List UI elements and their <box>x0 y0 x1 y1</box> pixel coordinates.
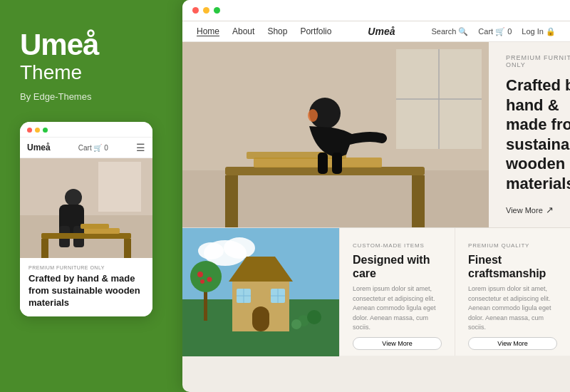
mobile-content-card: PREMIUM FURNITURE ONLY Crafted by hand &… <box>20 258 152 316</box>
left-panel: Umeå Theme By Edge-Themes Umeå Cart 🛒 0 … <box>0 0 171 392</box>
mobile-hero-illustration <box>20 158 152 258</box>
browser-window-controls <box>182 0 570 21</box>
svg-point-45 <box>200 279 204 284</box>
hero-illustration <box>182 42 489 227</box>
nav-portfolio[interactable]: Portfolio <box>300 26 331 36</box>
svg-rect-20 <box>412 175 425 227</box>
svg-point-30 <box>224 237 255 259</box>
svg-rect-19 <box>225 175 238 227</box>
hero-section: PREMIUM FURNITURE ONLY Crafted by hand &… <box>182 42 570 227</box>
svg-rect-9 <box>124 239 131 258</box>
brand-title: Umeå <box>20 29 151 61</box>
svg-rect-11 <box>81 224 109 229</box>
hero-text-panel: PREMIUM FURNITURE ONLY Crafted by hand &… <box>489 42 570 227</box>
card-2-cta-button[interactable]: View More <box>468 337 557 350</box>
mobile-logo: Umeå <box>27 143 51 153</box>
site-content: PREMIUM FURNITURE ONLY Crafted by hand &… <box>182 42 570 392</box>
browser-dot-green[interactable] <box>214 7 220 14</box>
mobile-dot-green <box>43 128 48 133</box>
svg-point-26 <box>308 109 318 122</box>
svg-point-47 <box>307 310 321 324</box>
nav-shop[interactable]: Shop <box>267 26 287 36</box>
svg-point-3 <box>65 189 82 206</box>
svg-point-44 <box>207 277 212 282</box>
card-1-body: Lorem ipsum dolor sit amet, consectetur … <box>353 284 442 333</box>
mobile-cart: Cart 🛒 0 <box>78 144 108 152</box>
brand-subtitle: Theme <box>20 61 151 84</box>
mobile-hero-image <box>20 158 152 258</box>
hero-eyebrow: PREMIUM FURNITURE ONLY <box>506 54 570 68</box>
bottom-row: CUSTOM-MADE ITEMS Designed with care Lor… <box>182 227 570 356</box>
svg-rect-7 <box>41 233 131 239</box>
hero-image <box>182 42 489 227</box>
mobile-heading: Crafted by hand & made from sustainable … <box>28 273 144 309</box>
nav-links: Home About Shop Portfolio <box>197 26 331 36</box>
svg-rect-8 <box>41 239 48 258</box>
mobile-mockup: Umeå Cart 🛒 0 ☰ <box>20 122 152 316</box>
nav-home[interactable]: Home <box>197 26 219 36</box>
hero-cta-link[interactable]: View More ↗ <box>506 205 570 215</box>
svg-point-48 <box>291 319 301 329</box>
bottom-image <box>182 228 339 356</box>
card-1-heading: Designed with care <box>353 253 442 280</box>
svg-rect-10 <box>84 228 120 234</box>
browser-dot-yellow[interactable] <box>203 7 209 14</box>
search-button[interactable]: Search 🔍 <box>431 27 468 36</box>
nav-about[interactable]: About <box>232 26 254 36</box>
browser-mockup: Home About Shop Portfolio Umeå Search 🔍 … <box>182 0 570 392</box>
svg-point-31 <box>198 242 224 259</box>
bottom-cards: CUSTOM-MADE ITEMS Designed with care Lor… <box>339 228 570 356</box>
mobile-window-controls <box>27 128 48 133</box>
svg-rect-25 <box>332 153 342 174</box>
card-1-eyebrow: CUSTOM-MADE ITEMS <box>353 242 442 249</box>
hero-heading: Crafted by hand & made fromsustainable w… <box>506 76 570 193</box>
mobile-eyebrow: PREMIUM FURNITURE ONLY <box>28 265 144 270</box>
card-2-eyebrow: PREMIUM QUALITY <box>468 242 557 249</box>
bottom-illustration <box>182 228 339 356</box>
cart-button[interactable]: Cart 🛒 0 <box>478 27 512 36</box>
svg-point-43 <box>197 272 203 277</box>
card-1-cta-button[interactable]: View More <box>353 337 442 350</box>
site-logo: Umeå <box>346 26 417 37</box>
card-2-body: Lorem ipsum dolor sit amet, consectetur … <box>468 284 557 333</box>
brand-by: By Edge-Themes <box>20 91 151 102</box>
mobile-dot-yellow <box>35 128 40 133</box>
site-nav: Home About Shop Portfolio Umeå Search 🔍 … <box>182 21 570 42</box>
bottom-card-1: CUSTOM-MADE ITEMS Designed with care Lor… <box>339 228 455 356</box>
card-2-heading: Finest craftsmanship <box>468 253 557 280</box>
svg-point-42 <box>190 261 222 292</box>
mobile-nav-bar: Umeå Cart 🛒 0 ☰ <box>20 138 152 158</box>
mobile-top-bar <box>20 122 152 138</box>
browser-dot-red[interactable] <box>192 7 199 14</box>
mobile-menu-icon[interactable]: ☰ <box>136 142 145 153</box>
mobile-dot-red <box>27 128 32 133</box>
nav-actions: Search 🔍 Cart 🛒 0 Log In 🔒 <box>431 27 556 36</box>
login-button[interactable]: Log In 🔒 <box>522 27 556 36</box>
svg-rect-24 <box>318 153 328 174</box>
svg-rect-2 <box>98 162 141 212</box>
cta-arrow-icon: ↗ <box>546 205 554 215</box>
svg-rect-34 <box>252 306 269 331</box>
bottom-card-2: PREMIUM QUALITY Finest craftsmanship Lor… <box>455 228 570 356</box>
